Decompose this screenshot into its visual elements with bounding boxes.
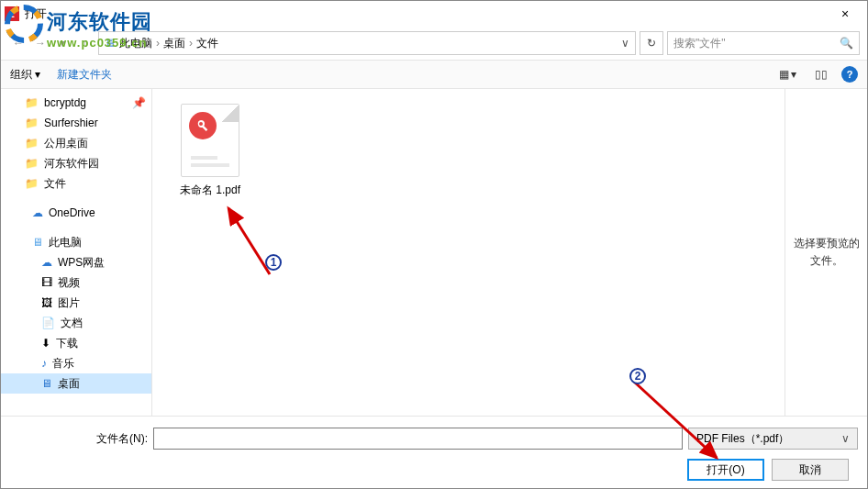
preview-pane-button[interactable]: ▯▯ [810,65,832,83]
pdf-file-icon [181,104,239,177]
crumb-1[interactable]: 此电脑 [119,36,152,51]
app-icon: 2 [5,6,19,21]
chevron-down-icon: ▾ [35,68,40,81]
nav-up-icon[interactable]: ↑ [74,33,95,53]
address-bar-row: ← → ▾ ↑ 🖥 此电脑 › 桌面 › 文件 ∨ ↻ 搜索"文件" 🔍 [1,27,867,60]
view-mode-button[interactable]: ▦ ▾ [774,65,801,83]
nav-dropdown-icon[interactable]: ▾ [52,33,72,53]
sidebar-item-downloads[interactable]: ⬇下载 [1,333,151,353]
folder-icon: 📁 [25,96,39,109]
preview-message: 选择要预览的文件。 [793,235,860,270]
search-icon[interactable]: 🔍 [840,37,853,50]
sidebar-item-wps[interactable]: ☁WPS网盘 [1,252,151,272]
folder-icon: 📁 [25,137,39,150]
sidebar-item-music[interactable]: ♪音乐 [1,353,151,373]
sidebar-item-bcryptdg[interactable]: 📁bcryptdg📌 [1,93,151,113]
pc-icon: 🖥 [32,236,43,249]
sidebar-item-this-pc[interactable]: 🖥此电脑 [1,232,151,252]
sidebar-item-documents[interactable]: 📄文档 [1,313,151,333]
sidebar-item-label: 音乐 [52,356,74,372]
video-icon: 🎞 [41,276,52,289]
sidebar-item-label: bcryptdg [44,96,86,109]
organize-menu[interactable]: 组织 ▾ [10,67,40,83]
sidebar-item-label: 下载 [56,336,78,351]
sidebar-item-onedrive[interactable]: ☁OneDrive [1,203,151,223]
nav-arrows: ← → ▾ ↑ [8,33,95,53]
pc-icon: 🖥 [105,37,116,50]
folder-icon: 📁 [25,157,39,170]
new-folder-button[interactable]: 新建文件夹 [57,67,112,83]
chevron-down-icon: ∨ [841,432,850,445]
preview-pane: 选择要预览的文件。 [785,89,867,416]
sidebar-item-label: 公用桌面 [44,136,88,151]
refresh-button[interactable]: ↻ [640,31,663,55]
sidebar-item-videos[interactable]: 🎞视频 [1,272,151,293]
folder-icon: 📁 [25,117,39,129]
help-button[interactable]: ? [841,66,858,83]
file-name-label: 未命名 1.pdf [180,183,240,198]
nav-forward-icon[interactable]: → [30,33,50,53]
filename-input[interactable] [153,428,683,450]
desktop-icon: 🖥 [41,377,52,390]
sidebar-item-wenjian[interactable]: 📁文件 [1,173,151,194]
nav-back-icon[interactable]: ← [8,33,28,53]
sidebar-item-label: WPS网盘 [58,255,105,271]
window-titlebar: 2 打开 × [1,1,867,27]
sidebar-item-label: OneDrive [49,206,95,219]
chevron-right-icon: › [189,37,193,50]
sidebar-item-hedong[interactable]: 📁河东软件园 [1,153,151,173]
pin-icon: 📌 [132,96,146,109]
sidebar-item-surfershier[interactable]: 📁Surfershier [1,113,151,133]
crumb-3[interactable]: 文件 [196,36,218,51]
music-icon: ♪ [41,357,47,370]
sidebar-item-label: 桌面 [58,376,80,392]
search-placeholder: 搜索"文件" [673,36,726,51]
image-icon: 🖼 [41,296,52,309]
toolbar: 组织 ▾ 新建文件夹 ▦ ▾ ▯▯ ? [1,60,867,89]
open-button[interactable]: 打开(O) [687,459,764,481]
chevron-right-icon: › [156,37,160,50]
search-input[interactable]: 搜索"文件" 🔍 [667,31,860,55]
sidebar-item-label: 图片 [58,295,80,311]
doc-icon: 📄 [41,317,55,329]
sidebar-item-desktop[interactable]: 🖥桌面 [1,373,151,394]
sidebar-item-label: 此电脑 [49,235,82,250]
sidebar: 📁bcryptdg📌 📁Surfershier 📁公用桌面 📁河东软件园 📁文件… [1,89,152,416]
cancel-button[interactable]: 取消 [772,459,849,481]
sidebar-item-label: Surfershier [44,117,98,129]
dialog-footer: 文件名(N): PDF Files（*.pdf） ∨ 打开(O) 取消 [1,416,867,489]
filetype-select[interactable]: PDF Files（*.pdf） ∨ [688,428,858,450]
sidebar-item-label: 视频 [58,275,80,291]
close-button[interactable]: × [827,1,863,27]
sidebar-item-pictures[interactable]: 🖼图片 [1,293,151,313]
filename-label: 文件名(N): [10,431,148,447]
download-icon: ⬇ [41,337,50,350]
crumb-dropdown-icon[interactable]: ∨ [621,37,629,50]
breadcrumb[interactable]: 🖥 此电脑 › 桌面 › 文件 ∨ [98,31,636,55]
cloud-icon: ☁ [41,256,52,269]
crumb-2[interactable]: 桌面 [163,36,185,51]
cloud-icon: ☁ [32,206,43,219]
file-item-pdf[interactable]: 未命名 1.pdf [169,100,251,202]
filetype-value: PDF Files（*.pdf） [696,431,789,447]
chevron-down-icon: ▾ [791,68,796,81]
sidebar-item-label: 文件 [44,176,66,192]
file-list-area[interactable]: 未命名 1.pdf [152,89,785,416]
sidebar-item-public-desktop[interactable]: 📁公用桌面 [1,133,151,153]
folder-icon: 📁 [25,177,39,190]
window-title: 打开 [25,6,827,22]
sidebar-item-label: 文档 [61,316,83,331]
sidebar-item-label: 河东软件园 [44,156,99,172]
